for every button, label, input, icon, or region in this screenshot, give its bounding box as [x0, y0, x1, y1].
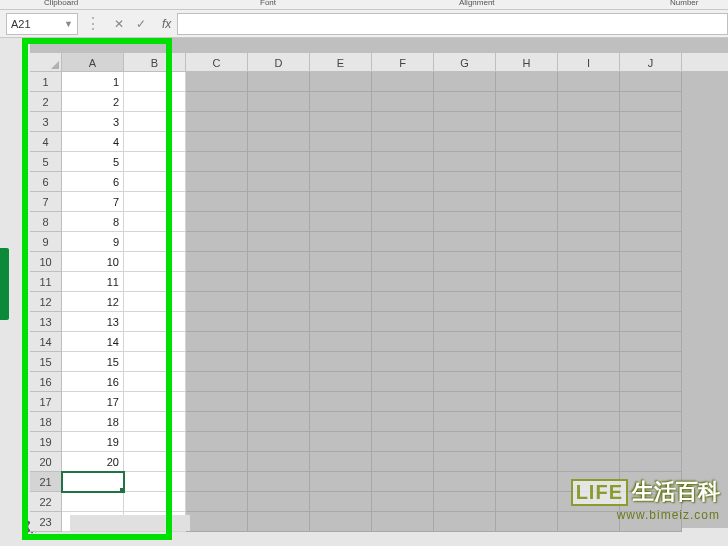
- cell[interactable]: [434, 432, 496, 452]
- col-header-G[interactable]: G: [434, 53, 496, 71]
- cell[interactable]: [620, 72, 682, 92]
- cell[interactable]: [372, 472, 434, 492]
- row-header[interactable]: 16: [30, 372, 62, 392]
- cell[interactable]: [310, 92, 372, 112]
- formula-input[interactable]: [177, 13, 728, 35]
- cell[interactable]: [62, 472, 124, 492]
- cell[interactable]: [620, 232, 682, 252]
- cell[interactable]: [310, 112, 372, 132]
- cell[interactable]: 12: [62, 292, 124, 312]
- cell[interactable]: [372, 232, 434, 252]
- cell[interactable]: [124, 112, 186, 132]
- cell[interactable]: [434, 112, 496, 132]
- cell[interactable]: [310, 472, 372, 492]
- cell[interactable]: [372, 72, 434, 92]
- cell[interactable]: [124, 232, 186, 252]
- cell[interactable]: [186, 72, 248, 92]
- col-header-E[interactable]: E: [310, 53, 372, 71]
- cell[interactable]: [310, 372, 372, 392]
- cell[interactable]: [248, 92, 310, 112]
- cell[interactable]: [186, 212, 248, 232]
- cell[interactable]: [186, 472, 248, 492]
- cell[interactable]: [558, 152, 620, 172]
- cell[interactable]: [310, 232, 372, 252]
- cell[interactable]: [372, 392, 434, 412]
- cell[interactable]: [434, 392, 496, 412]
- row-header[interactable]: 22: [30, 492, 62, 512]
- cell[interactable]: [310, 512, 372, 532]
- cell[interactable]: [496, 352, 558, 372]
- cell[interactable]: [372, 352, 434, 372]
- cell[interactable]: [372, 212, 434, 232]
- cell[interactable]: [248, 392, 310, 412]
- cell[interactable]: [620, 252, 682, 272]
- cell[interactable]: [434, 452, 496, 472]
- cell[interactable]: [434, 232, 496, 252]
- cell[interactable]: [434, 92, 496, 112]
- cell[interactable]: [496, 432, 558, 452]
- cell[interactable]: [434, 72, 496, 92]
- cell[interactable]: [310, 252, 372, 272]
- cell[interactable]: [248, 372, 310, 392]
- cell[interactable]: [248, 72, 310, 92]
- cell[interactable]: [620, 132, 682, 152]
- cell[interactable]: [496, 272, 558, 292]
- cell[interactable]: [186, 332, 248, 352]
- fx-icon[interactable]: fx: [152, 17, 171, 31]
- cell[interactable]: [310, 312, 372, 332]
- cell[interactable]: [372, 252, 434, 272]
- row-header[interactable]: 5: [30, 152, 62, 172]
- cell[interactable]: [558, 92, 620, 112]
- cell[interactable]: [124, 312, 186, 332]
- cell[interactable]: [558, 232, 620, 252]
- cell[interactable]: [124, 72, 186, 92]
- cell[interactable]: [248, 132, 310, 152]
- cell[interactable]: [620, 432, 682, 452]
- cell[interactable]: [186, 232, 248, 252]
- cell[interactable]: [496, 372, 558, 392]
- cell[interactable]: [310, 332, 372, 352]
- cell[interactable]: [496, 512, 558, 532]
- cell[interactable]: 8: [62, 212, 124, 232]
- cell[interactable]: [248, 212, 310, 232]
- cell[interactable]: [248, 292, 310, 312]
- cell[interactable]: [124, 252, 186, 272]
- cell[interactable]: [620, 152, 682, 172]
- col-header-B[interactable]: B: [124, 53, 186, 71]
- row-header[interactable]: 12: [30, 292, 62, 312]
- cell[interactable]: [558, 112, 620, 132]
- row-header[interactable]: 9: [30, 232, 62, 252]
- cell[interactable]: [124, 492, 186, 512]
- cell[interactable]: [310, 152, 372, 172]
- row-header[interactable]: 13: [30, 312, 62, 332]
- row-header[interactable]: 11: [30, 272, 62, 292]
- cell[interactable]: [434, 332, 496, 352]
- cell[interactable]: [372, 412, 434, 432]
- cell[interactable]: [620, 332, 682, 352]
- cell[interactable]: 7: [62, 192, 124, 212]
- cell[interactable]: [372, 332, 434, 352]
- cell[interactable]: [124, 372, 186, 392]
- cell[interactable]: [620, 412, 682, 432]
- select-all-corner[interactable]: [30, 53, 62, 71]
- cell[interactable]: [124, 212, 186, 232]
- cell[interactable]: 14: [62, 332, 124, 352]
- cell[interactable]: [310, 432, 372, 452]
- cell[interactable]: [558, 432, 620, 452]
- row-header[interactable]: 1: [30, 72, 62, 92]
- cell[interactable]: 6: [62, 172, 124, 192]
- cell[interactable]: [372, 512, 434, 532]
- cell[interactable]: [496, 112, 558, 132]
- cell[interactable]: 19: [62, 432, 124, 452]
- cell[interactable]: [496, 172, 558, 192]
- cell[interactable]: 1: [62, 72, 124, 92]
- row-header[interactable]: 19: [30, 432, 62, 452]
- cell[interactable]: 15: [62, 352, 124, 372]
- cell[interactable]: [372, 312, 434, 332]
- row-header[interactable]: 15: [30, 352, 62, 372]
- cell[interactable]: [248, 172, 310, 192]
- cell[interactable]: [620, 172, 682, 192]
- row-header[interactable]: 3: [30, 112, 62, 132]
- cell[interactable]: [558, 292, 620, 312]
- cell[interactable]: 13: [62, 312, 124, 332]
